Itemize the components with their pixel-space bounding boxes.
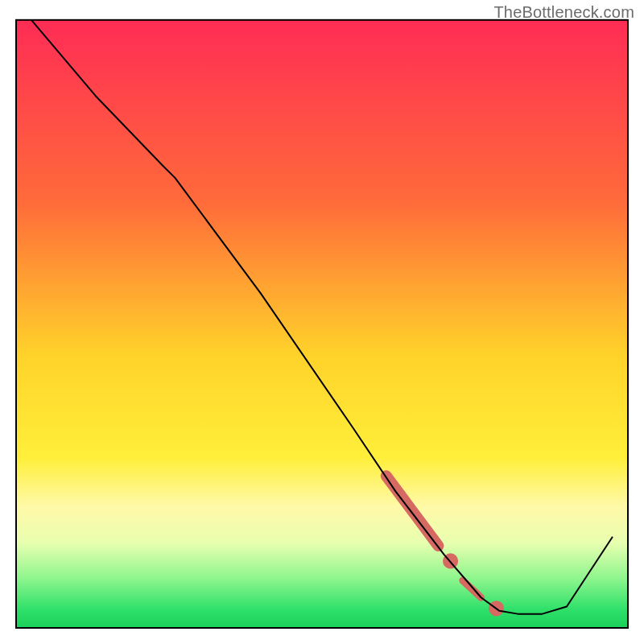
- watermark-text: TheBottleneck.com: [493, 3, 634, 22]
- chart-container: TheBottleneck.com: [0, 0, 644, 644]
- bottleneck-chart: [0, 0, 644, 644]
- gradient-background: [16, 20, 628, 628]
